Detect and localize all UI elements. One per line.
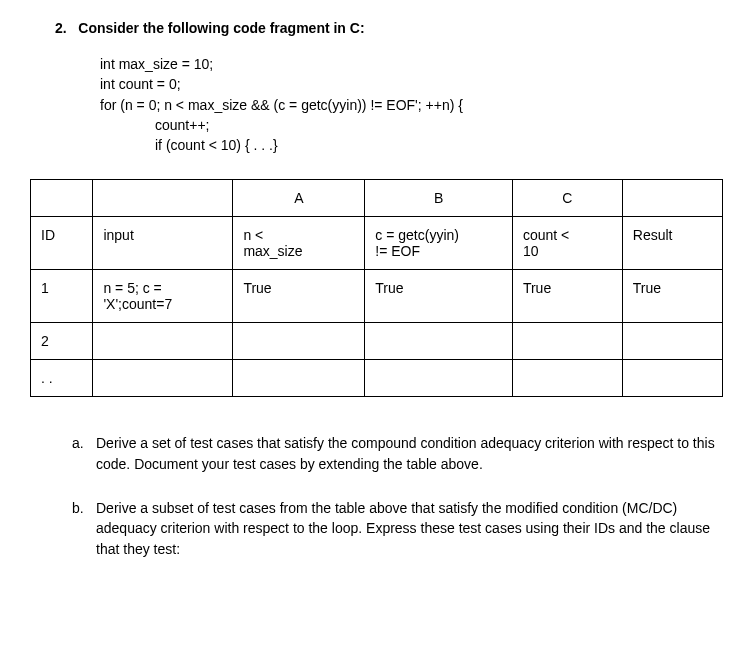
table-row-subheaders: ID input n < max_size c = getc(yyin) != … <box>31 217 723 270</box>
cell-A <box>233 360 365 397</box>
cell-result <box>622 360 722 397</box>
header-B: B <box>365 180 513 217</box>
subheader-input: input <box>93 217 233 270</box>
subheader-text: count < <box>523 227 569 243</box>
header-blank <box>93 180 233 217</box>
subheader-text: max_size <box>243 243 302 259</box>
subheader-text: 10 <box>523 243 539 259</box>
subpart-a: a. Derive a set of test cases that satis… <box>30 433 723 474</box>
code-line: int max_size = 10; <box>100 54 723 74</box>
subpart-label: a. <box>72 433 96 474</box>
cell-id: 1 <box>31 270 93 323</box>
question-header: 2. Consider the following code fragment … <box>30 20 723 36</box>
cell-id: . . <box>31 360 93 397</box>
subheader-text: c = getc(yyin) <box>375 227 459 243</box>
table-row: 2 <box>31 323 723 360</box>
cell-A: True <box>233 270 365 323</box>
cell-input: n = 5; c = 'X';count=7 <box>93 270 233 323</box>
cell-C <box>512 323 622 360</box>
question-prompt: Consider the following code fragment in … <box>78 20 364 36</box>
subpart-label: b. <box>72 498 96 559</box>
code-block: int max_size = 10; int count = 0; for (n… <box>30 54 723 155</box>
cell-B: True <box>365 270 513 323</box>
subheader-id: ID <box>31 217 93 270</box>
subheader-A: n < max_size <box>233 217 365 270</box>
table-row-top-headers: A B C <box>31 180 723 217</box>
header-C: C <box>512 180 622 217</box>
subpart-text: Derive a subset of test cases from the t… <box>96 498 723 559</box>
cell-text: 'X';count=7 <box>103 296 172 312</box>
cell-result: True <box>622 270 722 323</box>
cell-result <box>622 323 722 360</box>
code-line: for (n = 0; n < max_size && (c = getc(yy… <box>100 95 723 115</box>
table-row: 1 n = 5; c = 'X';count=7 True True True … <box>31 270 723 323</box>
cell-A <box>233 323 365 360</box>
subheader-text: n < <box>243 227 263 243</box>
cell-C <box>512 360 622 397</box>
cell-C: True <box>512 270 622 323</box>
subheader-C: count < 10 <box>512 217 622 270</box>
table-row: . . <box>31 360 723 397</box>
subpart-text: Derive a set of test cases that satisfy … <box>96 433 723 474</box>
code-line: if (count < 10) { . . .} <box>100 135 723 155</box>
cell-id: 2 <box>31 323 93 360</box>
code-line: int count = 0; <box>100 74 723 94</box>
header-blank <box>31 180 93 217</box>
cell-text: n = 5; c = <box>103 280 161 296</box>
subheader-result: Result <box>622 217 722 270</box>
cell-B <box>365 360 513 397</box>
cell-B <box>365 323 513 360</box>
question-number: 2. <box>55 20 67 36</box>
subheader-B: c = getc(yyin) != EOF <box>365 217 513 270</box>
cell-input <box>93 323 233 360</box>
cell-input <box>93 360 233 397</box>
subpart-b: b. Derive a subset of test cases from th… <box>30 498 723 559</box>
header-A: A <box>233 180 365 217</box>
test-case-table: A B C ID input n < max_size c = getc(yyi… <box>30 179 723 397</box>
header-blank <box>622 180 722 217</box>
code-line: count++; <box>100 115 723 135</box>
subheader-text: != EOF <box>375 243 420 259</box>
